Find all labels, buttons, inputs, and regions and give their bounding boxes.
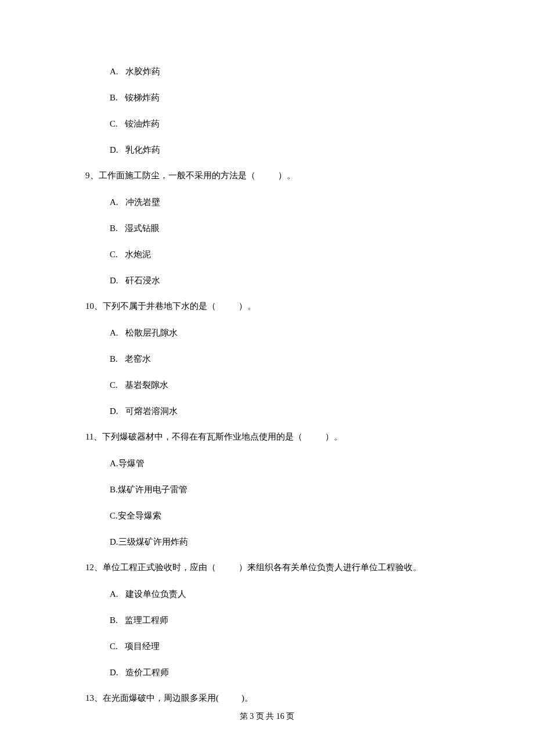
option-text: 水炮泥 [125,250,151,259]
page-number: 第 3 页 共 16 页 [240,712,295,721]
question-stem: 10、下列不属于井巷地下水的是（）。 [85,285,457,311]
option-list: A. 冲洗岩壁 B. 湿式钻眼 C. 水炮泥 D. 矸石浸水 [85,180,457,285]
stem-post: )。 [241,693,253,703]
option-text: 监理工程师 [125,615,168,625]
option-item: B. 铵梯炸药 [110,76,457,102]
option-text: 可熔岩溶洞水 [125,406,178,416]
option-text: 建设单位负责人 [125,589,186,599]
question-stem: 11、下列爆破器材中，不得在有瓦斯作业地点使用的是（）。 [85,416,457,441]
question-number: 9、 [85,171,99,180]
option-letter: A. [110,197,118,207]
question-stem: 9、工作面施工防尘，一般不采用的方法是（）。 [85,154,457,180]
option-text: 老窑水 [125,354,151,363]
option-text: 乳化炸药 [125,145,160,154]
option-letter: A. [110,328,118,337]
option-item: D. 矸石浸水 [110,259,457,285]
option-text: 煤矿许用电子雷管 [118,485,187,494]
option-text: 水胶炸药 [125,67,160,76]
question-number: 11、 [85,432,102,441]
option-letter: A. [110,67,118,76]
option-letter: C. [110,119,118,128]
question-9: 9、工作面施工防尘，一般不采用的方法是（）。 A. 冲洗岩壁 B. 湿式钻眼 C… [85,154,457,285]
option-text: 项目经理 [125,642,160,651]
stem-post: ）。 [325,432,342,441]
option-text: 湿式钻眼 [125,224,160,233]
stem-pre: 下列爆破器材中，不得在有瓦斯作业地点使用的是（ [102,432,302,441]
stem-pre: 下列不属于井巷地下水的是（ [103,301,216,311]
page-body: A. 水胶炸药 B. 铵梯炸药 C. 铵油炸药 D. 乳化炸药 9、工作面施工防… [85,0,457,703]
option-letter: B. [110,615,118,625]
option-text: 安全导爆索 [118,511,161,520]
stem-post: ）。 [239,301,256,311]
question-12: 12、单位工程正式验收时，应由（）来组织各有关单位负责人进行单位工程验收。 A.… [85,546,457,677]
option-letter: B. [110,485,118,494]
option-item: D. 可熔岩溶洞水 [110,390,457,416]
option-text: 铵油炸药 [125,119,160,128]
option-item: B.煤矿许用电子雷管 [110,468,457,494]
option-text: 造价工程师 [125,668,169,677]
option-text: 基岩裂隙水 [125,380,168,390]
stem-pre: 在光面爆破中，周边眼多采用( [103,693,219,703]
question-stem: 13、在光面爆破中，周边眼多采用()。 [85,677,457,703]
option-item: C. 基岩裂隙水 [110,363,457,390]
option-item: A. 建设单位负责人 [110,590,457,599]
option-item: A.导爆管 [110,459,457,468]
question-stem: 12、单位工程正式验收时，应由（）来组织各有关单位负责人进行单位工程验收。 [85,546,457,572]
option-letter: D. [110,406,118,416]
option-letter: C. [110,642,118,651]
option-item: C.安全导爆索 [110,494,457,520]
option-text: 松散层孔隙水 [125,328,178,337]
stem-post: ）来组织各有关单位负责人进行单位工程验收。 [239,563,421,572]
option-list-continuation: A. 水胶炸药 B. 铵梯炸药 C. 铵油炸药 D. 乳化炸药 [85,0,457,154]
option-list: A. 建设单位负责人 B. 监理工程师 C. 项目经理 D. 造价工程师 [85,572,457,677]
question-number: 10、 [85,301,103,311]
option-letter: B. [110,354,118,363]
option-letter: A. [110,589,118,599]
option-letter: C. [110,511,118,520]
option-item: C. 铵油炸药 [110,102,457,128]
option-letter: A. [110,459,118,468]
option-item: A. 冲洗岩壁 [110,198,457,207]
option-letter: D. [110,537,118,546]
option-letter: B. [110,224,118,233]
option-text: 铵梯炸药 [125,93,160,102]
option-text: 导爆管 [118,459,145,468]
option-item: D. 造价工程师 [110,651,457,677]
question-11: 11、下列爆破器材中，不得在有瓦斯作业地点使用的是（）。 A.导爆管 B.煤矿许… [85,416,457,546]
option-list: A. 松散层孔隙水 B. 老窑水 C. 基岩裂隙水 D. 可熔岩溶洞水 [85,311,457,416]
question-number: 12、 [85,563,103,572]
option-letter: D. [110,276,118,285]
option-text: 冲洗岩壁 [125,197,160,207]
question-13: 13、在光面爆破中，周边眼多采用()。 [85,677,457,703]
option-list: A.导爆管 B.煤矿许用电子雷管 C.安全导爆索 D.三级煤矿许用炸药 [85,441,457,546]
option-letter: D. [110,145,118,154]
option-item: D.三级煤矿许用炸药 [110,520,457,546]
stem-pre: 单位工程正式验收时，应由（ [103,563,216,572]
option-item: B. 湿式钻眼 [110,207,457,233]
option-item: C. 水炮泥 [110,233,457,259]
option-item: B. 监理工程师 [110,599,457,625]
option-letter: C. [110,250,118,259]
option-item: D. 乳化炸药 [110,128,457,154]
option-letter: C. [110,380,118,390]
stem-post: ）。 [278,171,295,180]
stem-pre: 工作面施工防尘，一般不采用的方法是（ [99,171,255,180]
option-item: C. 项目经理 [110,625,457,651]
option-letter: D. [110,668,118,677]
question-number: 13、 [85,693,103,703]
option-text: 三级煤矿许用炸药 [118,537,188,546]
option-text: 矸石浸水 [125,276,160,285]
question-10: 10、下列不属于井巷地下水的是（）。 A. 松散层孔隙水 B. 老窑水 C. 基… [85,285,457,416]
option-item: B. 老窑水 [110,337,457,363]
option-item: A. 松散层孔隙水 [110,329,457,337]
option-letter: B. [110,93,118,102]
page-footer: 第 3 页 共 16 页 [0,712,534,721]
option-item: A. 水胶炸药 [110,67,457,76]
